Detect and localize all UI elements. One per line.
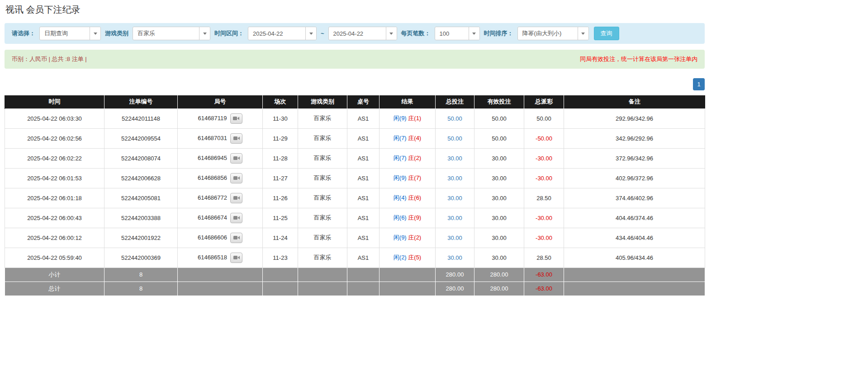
cell-time: 2025-04-22 06:03:30 — [5, 108, 104, 128]
cell-time: 2025-04-22 06:00:12 — [5, 228, 104, 248]
page-1-button[interactable]: 1 — [693, 78, 705, 90]
cell-session: 11-30 — [263, 108, 298, 128]
result-player-text: 闲(9) — [394, 174, 407, 181]
video-replay-button[interactable] — [230, 173, 242, 183]
page-size-select[interactable]: 100 — [435, 27, 480, 40]
video-replay-button[interactable] — [230, 133, 242, 144]
date-to-select[interactable]: 2025-04-22 — [328, 27, 397, 40]
cell-total-bet: 30.00 — [436, 208, 474, 228]
summary-empty-cell — [347, 282, 379, 296]
cell-valid-bet: 30.00 — [474, 208, 524, 228]
result-banker-text: 庄(2) — [408, 155, 421, 161]
summary-row: 总计 8 280.00 280.00 -63.00 — [5, 282, 705, 296]
video-replay-button[interactable] — [230, 233, 242, 243]
cell-time: 2025-04-22 05:59:40 — [5, 248, 104, 267]
column-header: 有效投注 — [474, 95, 524, 108]
summary-empty-cell — [178, 267, 263, 282]
cell-total-bet: 50.00 — [436, 108, 474, 128]
table-body: 2025-04-22 06:03:30 522442011148 6146871… — [5, 108, 705, 267]
video-replay-button[interactable] — [230, 193, 242, 203]
summary-bar: 币别：人民币 | 总共 :8 注单 | 同局有效投注，统一计算在该局第一张注单内 — [5, 50, 705, 69]
cell-game-type: 百家乐 — [298, 248, 347, 267]
cell-result: 闲(4) 庄(6) — [379, 188, 436, 208]
video-camera-icon — [233, 255, 240, 260]
summary-valid-bet: 280.00 — [474, 282, 524, 296]
summary-payout: -63.00 — [524, 282, 564, 296]
game-type-select[interactable]: 百家乐 — [133, 27, 210, 40]
result-player-text: 闲(6) — [394, 214, 407, 221]
cell-bet-id: 522442008074 — [104, 148, 178, 168]
video-replay-button[interactable] — [230, 213, 242, 223]
date-to-value: 2025-04-22 — [329, 27, 386, 40]
cell-valid-bet: 50.00 — [474, 128, 524, 148]
sort-order-select[interactable]: 降幂(由大到小) — [517, 27, 589, 40]
column-header: 结果 — [379, 95, 436, 108]
total-bet-link[interactable]: 30.00 — [447, 155, 462, 162]
video-replay-button[interactable] — [230, 253, 242, 263]
round-id-text: 614686674 — [198, 214, 227, 221]
notice-text: 同局有效投注，统一计算在该局第一张注单内 — [580, 55, 697, 63]
cell-remark: 405.96/434.46 — [564, 248, 705, 267]
column-header: 局号 — [178, 95, 263, 108]
result-player-text: 闲(9) — [394, 115, 407, 122]
cell-result: 闲(6) 庄(9) — [379, 208, 436, 228]
result-banker-text: 庄(6) — [408, 194, 421, 201]
cell-table-no: AS1 — [347, 108, 379, 128]
cell-table-no: AS1 — [347, 188, 379, 208]
cell-time: 2025-04-22 06:02:56 — [5, 128, 104, 148]
cell-round-id: 614686606 — [178, 228, 263, 248]
date-from-select[interactable]: 2025-04-22 — [248, 27, 317, 40]
result-player-text: 闲(2) — [394, 254, 407, 261]
cell-payout: -30.00 — [524, 228, 564, 248]
chevron-down-icon — [199, 27, 210, 40]
total-bet-link[interactable]: 50.00 — [447, 115, 462, 122]
cell-payout: -30.00 — [524, 208, 564, 228]
table-row: 2025-04-22 06:00:12 522442001922 6146866… — [5, 228, 705, 248]
cell-result: 闲(9) 庄(7) — [379, 168, 436, 188]
cell-valid-bet: 30.00 — [474, 168, 524, 188]
table-row: 2025-04-22 06:02:22 522442008074 6146869… — [5, 148, 705, 168]
video-replay-button[interactable] — [230, 153, 242, 164]
cell-session: 11-24 — [263, 228, 298, 248]
video-camera-icon — [233, 176, 240, 180]
column-header: 备注 — [564, 95, 705, 108]
total-bet-link[interactable]: 50.00 — [447, 135, 462, 142]
cell-round-id: 614686674 — [178, 208, 263, 228]
cell-session: 11-26 — [263, 188, 298, 208]
cell-game-type: 百家乐 — [298, 208, 347, 228]
table-row: 2025-04-22 05:59:40 522442000369 6146865… — [5, 248, 705, 267]
cell-bet-id: 522442006628 — [104, 168, 178, 188]
cell-table-no: AS1 — [347, 208, 379, 228]
summary-empty-cell — [379, 267, 436, 282]
cell-game-type: 百家乐 — [298, 168, 347, 188]
currency-total-text: 币别：人民币 | 总共 :8 注单 | — [12, 55, 87, 63]
total-bet-link[interactable]: 30.00 — [447, 175, 462, 182]
video-replay-button[interactable] — [230, 113, 242, 124]
cell-payout: -50.00 — [524, 128, 564, 148]
total-bet-link[interactable]: 30.00 — [447, 235, 462, 241]
chevron-down-icon — [90, 27, 100, 40]
chevron-down-icon — [469, 27, 479, 40]
video-camera-icon — [233, 156, 240, 160]
column-header: 桌号 — [347, 95, 379, 108]
chevron-down-icon — [305, 27, 316, 40]
total-bet-link[interactable]: 30.00 — [447, 254, 462, 261]
cell-remark: 372.96/342.96 — [564, 148, 705, 168]
chevron-down-icon — [578, 27, 588, 40]
column-header: 总派彩 — [524, 95, 564, 108]
cell-bet-id: 522442003388 — [104, 208, 178, 228]
summary-total-bet: 280.00 — [436, 282, 474, 296]
total-bet-link[interactable]: 30.00 — [447, 215, 462, 221]
video-camera-icon — [233, 136, 240, 141]
cell-table-no: AS1 — [347, 228, 379, 248]
round-id-text: 614686856 — [198, 174, 227, 181]
cell-table-no: AS1 — [347, 128, 379, 148]
cell-table-no: AS1 — [347, 148, 379, 168]
summary-valid-bet: 280.00 — [474, 267, 524, 282]
summary-payout: -63.00 — [524, 267, 564, 282]
total-bet-link[interactable]: 30.00 — [447, 195, 462, 202]
search-button[interactable]: 查询 — [594, 27, 619, 40]
cell-result: 闲(9) 庄(1) — [379, 108, 436, 128]
cell-table-no: AS1 — [347, 168, 379, 188]
query-type-select[interactable]: 日期查询 — [39, 27, 101, 40]
